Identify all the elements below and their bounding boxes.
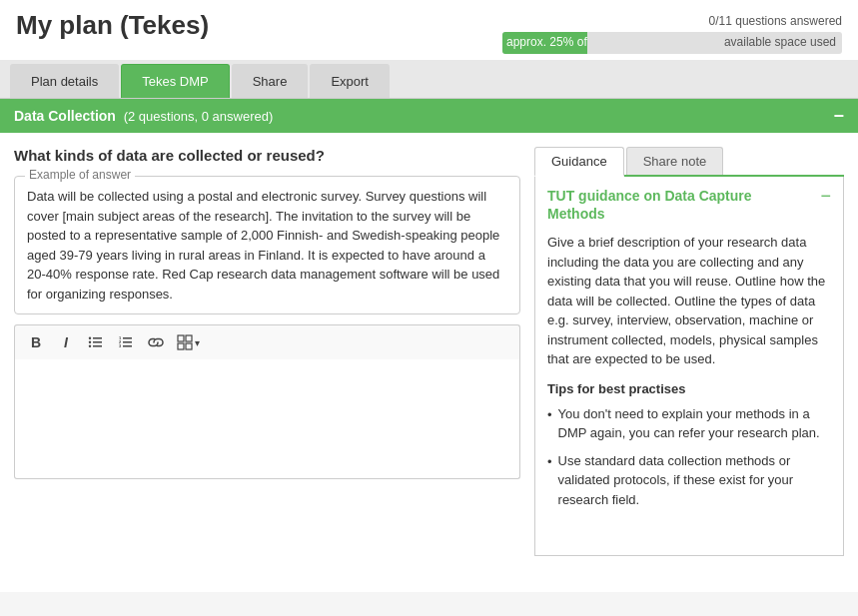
guidance-tip-text-2: Use standard data collection methods or …: [558, 451, 831, 510]
guidance-tip-2: • Use standard data collection methods o…: [547, 451, 831, 510]
table-dropdown-arrow[interactable]: ▾: [195, 337, 200, 348]
svg-rect-13: [186, 335, 192, 341]
questions-answered: 0/11 questions answered: [709, 14, 842, 28]
tab-share[interactable]: Share: [232, 64, 309, 98]
table-button[interactable]: ▾: [173, 332, 204, 352]
guidance-body: Give a brief description of your researc…: [547, 233, 831, 369]
main-content: What kinds of data are collected or reus…: [0, 133, 858, 592]
tab-guidance[interactable]: Guidance: [534, 147, 624, 177]
guidance-title-text: TUT guidance on Data Capture Methods: [547, 187, 820, 223]
svg-rect-0: [93, 337, 102, 339]
svg-rect-8: [123, 345, 132, 347]
svg-point-3: [89, 337, 91, 339]
guidance-tips-title: Tips for best practises: [547, 381, 831, 396]
tab-plan-details[interactable]: Plan details: [10, 64, 119, 98]
tab-export[interactable]: Export: [310, 64, 390, 98]
tip-bullet-2: •: [547, 452, 552, 510]
example-text: Data will be collected using a postal an…: [27, 187, 507, 304]
progress-bar-container: approx. 25% of available space used: [502, 32, 842, 54]
svg-rect-14: [178, 343, 184, 349]
guidance-title-row: TUT guidance on Data Capture Methods −: [547, 187, 831, 223]
guidance-tabs: Guidance Share note: [534, 147, 844, 177]
italic-button[interactable]: I: [53, 329, 79, 355]
tab-share-note[interactable]: Share note: [626, 147, 724, 175]
ordered-list-button[interactable]: 123: [113, 329, 139, 355]
right-panel: Guidance Share note TUT guidance on Data…: [534, 147, 844, 578]
svg-rect-1: [93, 341, 102, 343]
guidance-tip-1: • You don't need to explain your methods…: [547, 404, 831, 443]
header-right: 0/11 questions answered approx. 25% of a…: [502, 10, 842, 54]
tip-bullet-1: •: [547, 405, 552, 443]
progress-bar-label-right: available space used: [724, 35, 836, 49]
editor-toolbar: B I 123 ▾: [14, 324, 520, 359]
svg-rect-7: [123, 341, 132, 343]
section-title: Data Collection (2 questions, 0 answered…: [14, 108, 273, 124]
svg-rect-12: [178, 335, 184, 341]
example-box: Example of answer Data will be collected…: [14, 176, 520, 314]
svg-text:3: 3: [119, 343, 122, 348]
svg-rect-2: [93, 345, 102, 347]
link-button[interactable]: [143, 329, 169, 355]
guidance-collapse-button[interactable]: −: [820, 187, 831, 205]
section-header: Data Collection (2 questions, 0 answered…: [0, 99, 858, 133]
guidance-tip-text-1: You don't need to explain your methods i…: [558, 404, 831, 443]
editor-area[interactable]: [14, 359, 520, 479]
svg-point-5: [89, 345, 91, 347]
page-title: My plan (Tekes): [16, 10, 209, 41]
svg-point-4: [89, 341, 91, 343]
guidance-content: TUT guidance on Data Capture Methods − G…: [534, 177, 844, 556]
unordered-list-button[interactable]: [83, 329, 109, 355]
progress-bar-label: approx. 25% of: [506, 35, 587, 49]
svg-rect-6: [123, 337, 132, 339]
bold-button[interactable]: B: [23, 329, 49, 355]
tab-tekes-dmp[interactable]: Tekes DMP: [121, 64, 229, 98]
page-header: My plan (Tekes) 0/11 questions answered …: [0, 0, 858, 60]
example-label: Example of answer: [25, 168, 135, 182]
left-panel: What kinds of data are collected or reus…: [14, 147, 520, 578]
main-tabs: Plan details Tekes DMP Share Export: [0, 60, 858, 99]
svg-rect-15: [186, 343, 192, 349]
section-collapse-button[interactable]: −: [833, 107, 844, 125]
question-text: What kinds of data are collected or reus…: [14, 147, 520, 164]
